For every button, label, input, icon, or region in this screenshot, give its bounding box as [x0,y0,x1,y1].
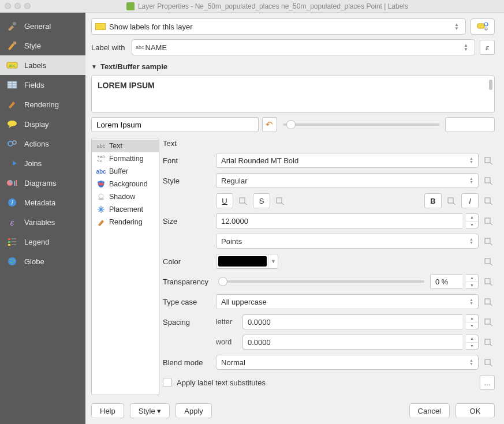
apply-button[interactable]: Apply [176,403,212,418]
sample-text-input[interactable] [91,117,259,132]
expression-button[interactable]: ε [480,40,495,55]
svg-rect-39 [485,279,490,284]
sidebar-item-metadata[interactable]: i Metadata [0,193,85,212]
data-override-button[interactable] [482,174,495,187]
svg-text:abc: abc [9,63,16,67]
svg-rect-23 [95,23,106,30]
sidebar-item-rendering[interactable]: Rendering [0,95,85,114]
sidebar-item-actions[interactable]: Actions [0,134,85,153]
window-minimize-button[interactable] [14,3,21,9]
chart-icon [6,178,18,188]
section-sample-header: Text/Buffer sample [100,62,167,71]
chevron-down-icon: ▼ [268,254,278,268]
collapse-toggle[interactable]: ▼ [91,63,97,70]
spacing-word-stepper[interactable]: ▲▼ [466,335,479,350]
label-with-field-value: NAME [145,43,167,52]
spacing-word-input[interactable]: 0.0000 [242,335,462,350]
blend-label: Blend mode [163,358,211,367]
substitutes-config-button[interactable]: ... [480,375,495,390]
blend-mode-dropdown[interactable]: Normal ▲▼ [216,355,479,370]
sidebar-item-joins[interactable]: Joins [0,153,85,173]
data-override-button[interactable] [482,255,495,268]
size-unit-dropdown[interactable]: Points ▲▼ [216,234,479,249]
category-background[interactable]: Background [92,178,159,190]
category-text[interactable]: abc Text [92,140,159,152]
render-icon [96,218,106,226]
sample-bgcolor-swatch[interactable] [445,117,495,132]
sidebar-item-style[interactable]: Style [0,36,85,55]
data-override-button[interactable] [482,356,495,369]
sidebar-item-fields[interactable]: Fields [0,75,85,95]
color-label: Color [163,257,211,266]
spacing-letter-input[interactable]: 0.0000 [242,314,462,329]
reset-sample-button[interactable]: ↶ [262,117,277,132]
svg-rect-27 [99,183,103,185]
svg-rect-35 [485,198,490,203]
strikethrough-button[interactable]: S [253,193,270,208]
font-dropdown[interactable]: Arial Rounded MT Bold ▲▼ [216,153,479,168]
sidebar-item-general[interactable]: General [0,16,85,36]
sample-size-slider[interactable] [281,117,442,132]
data-override-button[interactable] [482,154,495,167]
data-override-button[interactable] [445,194,458,207]
data-override-button[interactable] [482,194,495,207]
help-button[interactable]: Help [91,403,124,418]
category-buffer[interactable]: abc Buffer [92,165,159,178]
sidebar-item-label: Fields [24,81,44,89]
sidebar-item-display[interactable]: Display [0,114,85,134]
color-picker-button[interactable]: ▼ [216,254,278,269]
label-with-field-dropdown[interactable]: abc NAME ▲▼ [132,39,475,55]
label-mode-value: Show labels for this layer [109,22,193,31]
spacing-letter-stepper[interactable]: ▲▼ [466,314,479,329]
ok-button[interactable]: OK [456,403,495,418]
bold-button[interactable]: B [424,193,442,208]
window-zoom-button[interactable] [24,3,31,9]
style-menu-button[interactable]: Style ▾ [130,403,170,418]
size-stepper[interactable]: ▲▼ [466,213,479,228]
transparency-slider[interactable] [216,274,427,289]
italic-button[interactable]: I [461,193,479,208]
window-close-button[interactable] [5,3,11,9]
label-config-button[interactable] [471,18,495,35]
sidebar-item-label: Variables [24,218,55,227]
cancel-button[interactable]: Cancel [409,403,450,418]
data-override-button[interactable] [482,275,495,288]
transparency-stepper[interactable]: ▲▼ [466,274,479,289]
sidebar-item-legend[interactable]: Legend [0,232,85,252]
speech-icon [6,119,18,129]
transparency-input[interactable]: 0 % [430,274,462,289]
typecase-dropdown[interactable]: All uppercase ▲▼ [216,294,479,309]
category-placement[interactable]: Placement [92,203,159,216]
underline-button[interactable]: U [216,193,233,208]
size-input[interactable]: 12.0000 [216,213,462,228]
category-rendering[interactable]: Rendering [92,216,159,228]
category-shadow[interactable]: Shadow [92,190,159,203]
scrollbar-thumb[interactable] [489,80,492,90]
data-override-button[interactable] [274,194,286,207]
label-sample-preview: LOREM IPSUM [91,76,495,112]
sidebar-item-label: Style [24,42,41,50]
category-formatting[interactable]: +ab<c Formatting [92,152,159,165]
data-override-button[interactable] [482,336,495,348]
globe-icon [6,256,18,267]
text-icon: abc [96,142,106,150]
sidebar: General Style abc Labels Fields [0,13,85,424]
sidebar-item-variables[interactable]: ε Variables [0,212,85,232]
sidebar-item-labels[interactable]: abc Labels [0,55,85,75]
font-style-dropdown[interactable]: Regular ▲▼ [216,173,479,188]
data-override-button[interactable] [237,194,249,207]
apply-substitutes-checkbox[interactable] [163,378,172,387]
svg-rect-40 [485,299,490,304]
data-override-button[interactable] [482,295,495,308]
sidebar-item-globe[interactable]: Globe [0,252,85,271]
data-override-button[interactable] [482,215,495,227]
apply-substitutes-label: Apply label text substitutes [177,378,475,387]
label-icon [95,23,106,30]
svg-point-22 [8,257,16,265]
sidebar-item-diagrams[interactable]: Diagrams [0,173,85,193]
style-label: Style [163,177,211,185]
data-override-button[interactable] [482,235,495,247]
data-override-button[interactable] [482,316,495,328]
label-mode-dropdown[interactable]: Show labels for this layer ▲▼ [91,18,466,35]
titlebar: Layer Properties - Ne_50m_populated_plac… [0,0,504,13]
